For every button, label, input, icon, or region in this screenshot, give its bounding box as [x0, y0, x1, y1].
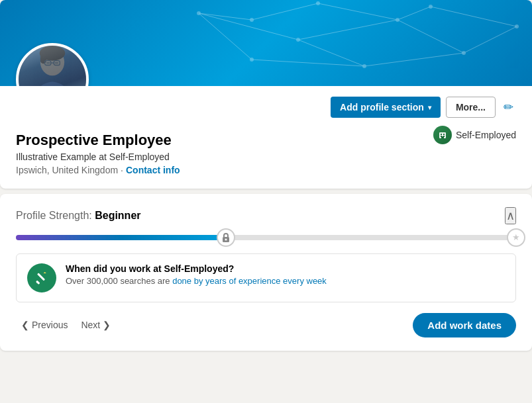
add-profile-section-button[interactable]: Add profile section ▾: [331, 97, 441, 118]
svg-line-8: [398, 7, 431, 20]
progress-lock-icon: [217, 228, 235, 247]
edit-profile-button[interactable]: ✏: [501, 97, 516, 117]
avatar-image: [19, 46, 86, 86]
profile-banner: [0, 0, 532, 86]
strength-header: Profile Strength: Beginner ∧: [16, 207, 516, 224]
progress-fill: [16, 235, 226, 240]
suggestion-desc-link[interactable]: done by years of experience every week: [172, 276, 327, 286]
profile-strength-card: Profile Strength: Beginner ∧ ★: [0, 194, 532, 351]
svg-point-20: [429, 5, 433, 9]
profile-card: Add profile section ▾ More... ✏ Self-: [0, 0, 532, 189]
svg-point-13: [197, 11, 201, 15]
previous-button[interactable]: ❮ Previous: [16, 316, 73, 334]
strength-level: Beginner: [95, 210, 140, 221]
svg-line-10: [318, 3, 398, 20]
svg-rect-32: [441, 134, 442, 135]
svg-point-17: [515, 24, 519, 28]
profile-actions: Add profile section ▾ More... ✏: [331, 97, 516, 118]
location-text: Ipswich, United Kingdom: [16, 165, 118, 175]
svg-line-7: [252, 60, 364, 66]
progress-star-icon: ★: [507, 228, 525, 247]
svg-point-18: [362, 64, 366, 68]
svg-line-2: [398, 20, 464, 53]
svg-rect-36: [441, 136, 444, 138]
svg-point-19: [250, 58, 254, 62]
chevron-left-icon: ❮: [21, 320, 29, 330]
collapse-button[interactable]: ∧: [505, 207, 516, 224]
building-icon: [437, 130, 448, 140]
next-label: Next: [81, 320, 100, 330]
profile-title: Illustrative Example at Self-Employed: [16, 152, 516, 162]
svg-rect-26: [46, 62, 50, 64]
pencil-icon: ✏: [504, 101, 513, 114]
profile-body: Add profile section ▾ More... ✏ Self-: [0, 86, 532, 189]
svg-rect-25: [40, 52, 46, 64]
suggestion-icon: [27, 263, 56, 292]
svg-rect-40: [37, 273, 45, 281]
svg-point-22: [250, 18, 254, 22]
employer-name: Self-Employed: [456, 130, 516, 140]
progress-track: ★: [16, 235, 516, 240]
suggestion-description: Over 300,000 searches are done by years …: [66, 276, 327, 286]
suggestion-box: When did you work at Self-Employed? Over…: [16, 253, 516, 302]
suggestion-content: When did you work at Self-Employed? Over…: [66, 263, 327, 286]
next-button[interactable]: Next ❯: [76, 316, 116, 334]
svg-line-3: [464, 26, 517, 53]
employer-icon: [433, 126, 452, 144]
suggestion-question: When did you work at Self-Employed?: [66, 263, 327, 274]
svg-line-12: [199, 13, 252, 20]
svg-line-5: [364, 53, 464, 66]
lock-svg: [222, 233, 230, 242]
pencil-suggestion-icon: [34, 270, 50, 286]
contact-info-link[interactable]: Contact info: [126, 165, 180, 175]
self-employed-badge: Self-Employed: [433, 126, 516, 144]
suggestion-desc-pre: Over 300,000 searches are: [66, 276, 172, 286]
add-work-dates-button[interactable]: Add work dates: [413, 313, 516, 337]
svg-rect-33: [443, 134, 445, 135]
svg-line-4: [298, 40, 364, 66]
more-button[interactable]: More...: [446, 97, 496, 118]
nav-arrows: ❮ Previous Next ❯: [16, 316, 116, 334]
svg-rect-27: [54, 62, 58, 64]
avatar: [16, 43, 89, 86]
chevron-down-icon: ▾: [428, 104, 431, 111]
svg-point-38: [225, 238, 227, 240]
avatar-svg: [19, 46, 86, 86]
chevron-right-icon: ❯: [103, 320, 111, 330]
previous-label: Previous: [32, 320, 68, 330]
svg-line-9: [431, 7, 517, 26]
chevron-up-icon: ∧: [506, 209, 515, 222]
svg-line-1: [298, 20, 398, 40]
strength-navigation: ❮ Previous Next ❯ Add work dates: [16, 313, 516, 337]
svg-point-14: [296, 38, 300, 42]
svg-line-11: [252, 3, 318, 20]
location-separator: ·: [121, 165, 123, 175]
svg-rect-39: [36, 280, 40, 284]
svg-point-21: [316, 1, 320, 5]
profile-location: Ipswich, United Kingdom · Contact info: [16, 165, 516, 175]
strength-title: Profile Strength: Beginner: [16, 210, 141, 222]
svg-point-15: [396, 18, 399, 22]
svg-point-16: [462, 51, 466, 55]
strength-label-prefix: Profile Strength:: [16, 210, 95, 221]
add-profile-label: Add profile section: [340, 102, 424, 112]
